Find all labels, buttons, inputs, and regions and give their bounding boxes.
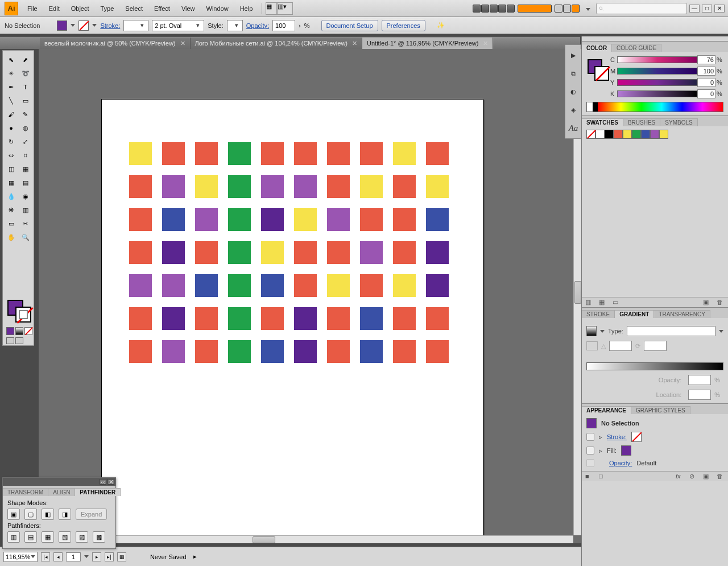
color-value-Y[interactable]: 0 bbox=[697, 78, 715, 87]
grid-square[interactable] bbox=[162, 307, 185, 330]
gradient-type-drop[interactable] bbox=[719, 330, 723, 333]
grid-square[interactable] bbox=[360, 208, 383, 231]
paintbrush-tool[interactable]: 🖌 bbox=[5, 108, 18, 121]
apf-trash[interactable]: 🗑 bbox=[717, 473, 725, 481]
tab-graphic-styles[interactable]: GRAPHIC STYLES bbox=[631, 406, 690, 414]
tab-symbols[interactable]: SYMBOLS bbox=[660, 118, 697, 126]
grid-square[interactable] bbox=[294, 307, 317, 330]
direct-selection-tool[interactable]: ⬈ bbox=[19, 53, 32, 66]
grid-square[interactable] bbox=[393, 208, 416, 231]
grid-square[interactable] bbox=[360, 307, 383, 330]
tab-transform[interactable]: TRANSFORM bbox=[3, 488, 48, 496]
grid-square[interactable] bbox=[294, 175, 317, 198]
gradient-angle[interactable] bbox=[609, 341, 632, 351]
pf-outline[interactable]: ▨ bbox=[76, 531, 88, 543]
canvas[interactable] bbox=[39, 49, 573, 535]
pf-divide[interactable]: ▥ bbox=[7, 531, 20, 543]
pencil-tool[interactable]: ✎ bbox=[19, 108, 32, 121]
hand-tool[interactable]: ✋ bbox=[5, 231, 18, 243]
apf-clear[interactable]: ⊘ bbox=[689, 473, 697, 481]
menu-type[interactable]: Type bbox=[95, 0, 120, 17]
panel-icon-1[interactable]: ▶ bbox=[568, 49, 579, 61]
gradient-type-select[interactable] bbox=[627, 326, 715, 336]
grid-square[interactable] bbox=[327, 175, 350, 198]
tab-pathfinder[interactable]: PATHFINDER bbox=[75, 488, 121, 496]
scrollbar-horizontal[interactable] bbox=[39, 535, 573, 543]
artboard-number[interactable]: 1 bbox=[66, 552, 81, 561]
grid-square[interactable] bbox=[261, 307, 284, 330]
grid-square[interactable] bbox=[393, 142, 416, 165]
swatch[interactable] bbox=[586, 130, 595, 139]
grid-square[interactable] bbox=[294, 274, 317, 297]
tab-gradient[interactable]: GRADIENT bbox=[615, 310, 654, 318]
grid-square[interactable] bbox=[195, 274, 218, 297]
grid-square[interactable] bbox=[393, 175, 416, 198]
selection-tool[interactable]: ⬉ bbox=[5, 53, 18, 66]
grid-square[interactable] bbox=[129, 142, 152, 165]
grid-square[interactable] bbox=[129, 175, 152, 198]
ap-stroke-visibility[interactable] bbox=[586, 433, 594, 441]
grid-square[interactable] bbox=[162, 175, 185, 198]
blend-tool[interactable]: ◉ bbox=[19, 190, 32, 203]
gradient-tool[interactable]: ▤ bbox=[19, 176, 32, 189]
zoom-select[interactable]: 116,95% bbox=[3, 552, 38, 562]
window-maximize[interactable]: □ bbox=[702, 5, 712, 13]
color-slider-M[interactable] bbox=[617, 68, 697, 75]
color-value-C[interactable]: 76 bbox=[697, 55, 715, 64]
menu-window[interactable]: Window bbox=[201, 0, 234, 17]
artboard-drop[interactable] bbox=[84, 555, 89, 558]
panel-icon-typography[interactable]: Aa bbox=[568, 122, 579, 134]
grid-square[interactable] bbox=[327, 340, 350, 363]
document-setup-button[interactable]: Document Setup bbox=[321, 20, 378, 31]
grid-square[interactable] bbox=[261, 274, 284, 297]
grid-square[interactable] bbox=[393, 241, 416, 264]
swatch[interactable] bbox=[623, 130, 632, 139]
ap-stroke-label[interactable]: Stroke: bbox=[607, 433, 627, 440]
swatch[interactable] bbox=[595, 130, 605, 139]
grid-square[interactable] bbox=[228, 241, 251, 264]
grid-square[interactable] bbox=[327, 274, 350, 297]
grid-square[interactable] bbox=[327, 307, 350, 330]
eraser-tool[interactable]: ◍ bbox=[19, 122, 32, 134]
grid-square[interactable] bbox=[261, 175, 284, 198]
grid-square[interactable] bbox=[162, 142, 185, 165]
grid-square[interactable] bbox=[195, 175, 218, 198]
pf-minus-back[interactable]: ▩ bbox=[93, 531, 105, 543]
grid-square[interactable] bbox=[228, 274, 251, 297]
grid-square[interactable] bbox=[360, 274, 383, 297]
pf-expand[interactable]: Expand bbox=[76, 509, 107, 520]
fill-swatch[interactable] bbox=[57, 20, 67, 31]
color-slider-K[interactable] bbox=[617, 90, 697, 97]
grid-square[interactable] bbox=[228, 142, 251, 165]
grid-square[interactable] bbox=[228, 175, 251, 198]
grid-square[interactable] bbox=[261, 208, 284, 231]
arrange-docs-button[interactable]: ▥▾ bbox=[277, 2, 293, 15]
bridge-button[interactable]: ▦ bbox=[266, 2, 277, 15]
grid-square[interactable] bbox=[327, 208, 350, 231]
stroke-dropdown[interactable] bbox=[92, 24, 97, 27]
artboard-prev[interactable]: ◂ bbox=[53, 552, 63, 561]
grid-square[interactable] bbox=[426, 175, 449, 198]
width-tool[interactable]: ⇔ bbox=[5, 149, 18, 162]
tab-brushes[interactable]: BRUSHES bbox=[623, 118, 660, 126]
pf-trim[interactable]: ▤ bbox=[24, 531, 37, 543]
document-tab[interactable]: Untitled-1* @ 116,95% (CMYK/Preview)✕ bbox=[362, 38, 493, 49]
grid-square[interactable] bbox=[261, 142, 284, 165]
pf-minus-front[interactable]: ▢ bbox=[24, 509, 37, 520]
screen-mode-full[interactable] bbox=[15, 337, 23, 344]
type-tool[interactable]: T bbox=[19, 81, 32, 93]
pf-exclude[interactable]: ◨ bbox=[59, 509, 71, 520]
grid-square[interactable] bbox=[129, 241, 152, 264]
ap-stroke-swatch[interactable] bbox=[631, 432, 642, 442]
grid-square[interactable] bbox=[261, 340, 284, 363]
free-transform-tool[interactable]: ⌗ bbox=[19, 149, 32, 162]
gradient-bar[interactable] bbox=[586, 362, 723, 370]
lasso-tool[interactable]: ➰ bbox=[19, 67, 32, 80]
sw-footer-ic3[interactable]: ▭ bbox=[613, 299, 621, 307]
grid-square[interactable] bbox=[228, 340, 251, 363]
tab-align[interactable]: ALIGN bbox=[48, 488, 75, 496]
player-controls[interactable] bbox=[473, 5, 515, 13]
grid-square[interactable] bbox=[162, 241, 185, 264]
grid-square[interactable] bbox=[195, 142, 218, 165]
grid-square[interactable] bbox=[294, 340, 317, 363]
